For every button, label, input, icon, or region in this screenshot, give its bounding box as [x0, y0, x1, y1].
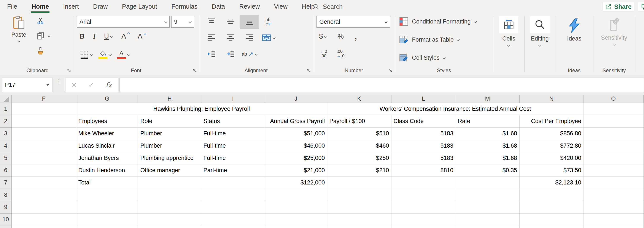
cell-H7[interactable] [138, 177, 201, 189]
editing-button[interactable]: Editing [524, 16, 555, 46]
conditional-formatting-button[interactable]: Conditional Formatting [399, 17, 476, 26]
cell-J7[interactable]: $122,000 [265, 177, 327, 189]
cell-F8[interactable] [12, 189, 76, 201]
row-header-9[interactable]: 9 [0, 201, 12, 213]
row-header-11-partial[interactable] [0, 226, 12, 228]
select-all-button[interactable] [0, 95, 12, 103]
cell-L9[interactable] [391, 201, 456, 213]
underline-chevron[interactable] [110, 35, 113, 38]
share-button[interactable]: Share [602, 2, 634, 12]
cell-O6[interactable] [584, 164, 643, 177]
cell-J5[interactable]: $25,000 [265, 152, 327, 164]
menu-tab-page-layout[interactable]: Page Layout [115, 0, 164, 13]
cell-O1[interactable] [584, 103, 643, 115]
copy-button[interactable] [36, 31, 44, 40]
cell-J8[interactable] [265, 189, 327, 201]
cell-M2[interactable]: Rate [456, 115, 519, 127]
column-header-G[interactable]: G [76, 95, 138, 103]
cell-N3[interactable]: $856.80 [519, 127, 584, 140]
cell-N8[interactable] [519, 189, 584, 201]
format-painter-button[interactable] [36, 47, 44, 55]
cell-K3[interactable]: $510 [327, 127, 391, 140]
cell-L7[interactable] [391, 177, 456, 189]
cell-I5[interactable]: Full-time [201, 152, 265, 164]
bottom-align-button[interactable] [240, 15, 259, 29]
alignment-dialog-launcher[interactable] [307, 69, 311, 73]
column-header-K[interactable]: K [327, 95, 391, 103]
name-box-dropdown-icon[interactable] [46, 84, 50, 86]
row-header-10[interactable]: 10 [0, 213, 12, 226]
cell-M8[interactable] [456, 189, 519, 201]
cell-O7[interactable] [584, 177, 643, 189]
cell-L5[interactable]: 5183 [391, 152, 456, 164]
cell-G6[interactable]: Dustin Henderson [76, 164, 138, 177]
copy-dropdown-chevron[interactable] [48, 34, 50, 37]
cell-M5[interactable]: $1.68 [456, 152, 519, 164]
center-button[interactable] [221, 31, 240, 45]
decrease-decimal-button[interactable]: .00→.0 [336, 49, 344, 58]
cell-H8[interactable] [138, 189, 201, 201]
row-header-7[interactable]: 7 [0, 177, 12, 189]
cell-H3[interactable]: Plumber [138, 127, 201, 140]
cell-J6[interactable]: $21,000 [265, 164, 327, 177]
menu-tab-file[interactable]: File [0, 0, 24, 13]
cell-J10[interactable] [265, 213, 327, 226]
cell-L3[interactable]: 5183 [391, 127, 456, 140]
cell-I3[interactable]: Full-time [201, 127, 265, 140]
cell-G11-partial[interactable] [76, 226, 138, 228]
cell-G10[interactable] [76, 213, 138, 226]
cell-J11-partial[interactable] [265, 226, 327, 228]
cell-N11-partial[interactable] [519, 226, 584, 228]
cell-G7[interactable]: Total [76, 177, 138, 189]
cell-H11-partial[interactable] [138, 226, 201, 228]
cell-F5[interactable] [12, 152, 76, 164]
increase-font-size-button[interactable]: A [122, 32, 129, 40]
cell-G4[interactable]: Lucas Sinclair [76, 140, 138, 152]
row-header-8[interactable]: 8 [0, 189, 12, 201]
row-header-4[interactable]: 4 [0, 140, 12, 152]
menu-tab-data[interactable]: Data [204, 0, 232, 13]
column-header-N[interactable]: N [519, 95, 584, 103]
font-dialog-launcher[interactable] [193, 69, 197, 73]
cell-F10[interactable] [12, 213, 76, 226]
cell-I4[interactable]: Full-time [201, 140, 265, 152]
cell-J9[interactable] [265, 201, 327, 213]
cell-G5[interactable]: Jonathan Byers [76, 152, 138, 164]
paste-button[interactable]: Paste [6, 15, 32, 42]
cell-F7[interactable] [12, 177, 76, 189]
cell-K4[interactable]: $460 [327, 140, 391, 152]
number-dialog-launcher[interactable] [389, 69, 392, 73]
cell-N5[interactable]: $420.00 [519, 152, 584, 164]
cell-F3[interactable] [12, 127, 76, 140]
fill-color-chevron[interactable] [109, 53, 112, 56]
cell-I7[interactable] [201, 177, 265, 189]
cell-G1[interactable]: Hawkins Plumbing: Employee Payroll [76, 103, 327, 115]
name-box[interactable]: P17 [2, 78, 53, 92]
cell-F11-partial[interactable] [12, 226, 76, 228]
cell-I2[interactable]: Status [201, 115, 265, 127]
cell-K2[interactable]: Payroll / $100 [327, 115, 391, 127]
cell-I11-partial[interactable] [201, 226, 265, 228]
cell-K6[interactable]: $210 [327, 164, 391, 177]
cell-O3[interactable] [584, 127, 643, 140]
row-header-1[interactable]: 1 [0, 103, 12, 115]
cell-M4[interactable]: $1.68 [456, 140, 519, 152]
orientation-button[interactable]: ab [240, 47, 259, 61]
cell-L8[interactable] [391, 189, 456, 201]
cell-M11-partial[interactable] [456, 226, 519, 228]
cell-H2[interactable]: Role [138, 115, 201, 127]
row-header-3[interactable]: 3 [0, 127, 12, 140]
cell-L4[interactable]: 5183 [391, 140, 456, 152]
cell-O9[interactable] [584, 201, 643, 213]
menu-tab-draw[interactable]: Draw [86, 0, 115, 13]
cell-H5[interactable]: Plumbing apprentice [138, 152, 201, 164]
cell-I10[interactable] [201, 213, 265, 226]
cell-M9[interactable] [456, 201, 519, 213]
format-as-table-button[interactable]: Format as Table [399, 35, 459, 44]
accounting-format-chevron[interactable] [324, 35, 327, 38]
cell-K5[interactable]: $250 [327, 152, 391, 164]
cut-button[interactable] [36, 17, 44, 25]
menu-tab-review[interactable]: Review [232, 0, 267, 13]
decrease-font-size-button[interactable]: A [138, 32, 145, 40]
cell-L11-partial[interactable] [391, 226, 456, 228]
